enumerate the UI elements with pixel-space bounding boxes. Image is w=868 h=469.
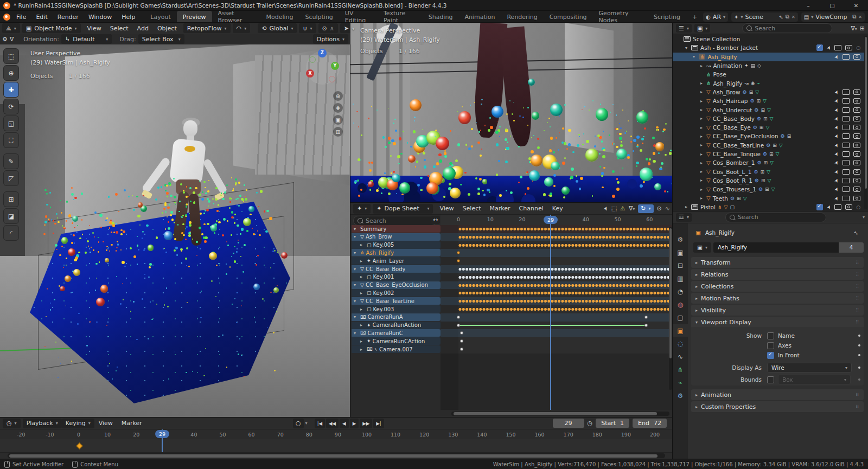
outliner-row-pistol[interactable]: ▸Pistol⋔▽▢➤○	[673, 203, 866, 211]
active-tool-icon[interactable]: ⚙	[2, 36, 8, 43]
viewport-menu-object[interactable]: Object	[153, 25, 181, 32]
outliner-row-cos-boot-r-1[interactable]: ▸▽Cos_Boot_R_1⚙⊞▽➤	[673, 176, 866, 185]
disable-in-renders-icon[interactable]	[853, 116, 860, 121]
expand-arrow[interactable]: ▸	[699, 152, 704, 157]
dope-playhead[interactable]	[550, 215, 551, 410]
expand-arrow[interactable]: ▸	[699, 169, 704, 174]
keyframe-dot[interactable]	[644, 324, 648, 327]
channel-expand-arrow[interactable]: ▸	[360, 323, 365, 327]
transform-orientation[interactable]: ⟲Global▾	[258, 23, 297, 33]
viewport-camera[interactable]: Camera Perspective (29) WaterSim | Ash_R…	[350, 23, 673, 203]
expand-arrow[interactable]: ▸	[699, 178, 704, 183]
unlink-icon[interactable]: ✕	[858, 15, 862, 20]
keyframe-band[interactable]	[441, 297, 672, 305]
channel-expand-arrow[interactable]: ▾	[354, 267, 359, 272]
panel-expand-arrow[interactable]: ▸	[695, 260, 698, 265]
disable-in-renders-icon[interactable]	[853, 178, 860, 183]
keyframe-band[interactable]	[441, 249, 672, 257]
panel-expand-arrow[interactable]: ▸	[695, 393, 698, 397]
view-layer-selector[interactable]: ▤▾ ViewComp ⧉ ✕	[801, 12, 865, 22]
channel-expand-arrow[interactable]: ▾	[354, 234, 359, 239]
outliner-row-scene-collection[interactable]: Scene Collection	[673, 35, 866, 43]
expand-arrow[interactable]: ▸	[699, 134, 704, 139]
channel-cameraruncaction[interactable]: ▸✦CameraRunCAction	[352, 337, 441, 345]
selectable-toggle-icon[interactable]: ➤	[833, 54, 840, 60]
channel-expand-arrow[interactable]: ▾	[354, 250, 359, 255]
panel-relations[interactable]: ▸Relations⠿	[691, 269, 864, 280]
keyframe-dense-dots[interactable]	[458, 227, 671, 232]
workspace-tab-preview[interactable]: Preview	[177, 11, 212, 23]
snap-icon[interactable]: ⊙	[657, 205, 662, 212]
channel-expand-arrow[interactable]: ▸	[360, 259, 365, 264]
selectable-toggle-icon[interactable]: ➤	[833, 125, 840, 131]
app-menu-icon[interactable]	[3, 14, 10, 21]
outliner-row-pose[interactable]: ⋔Pose	[673, 70, 866, 79]
gizmo-neg-x-axis[interactable]	[329, 76, 335, 82]
hide-in-viewport-icon[interactable]	[843, 116, 850, 121]
keyframe-dot[interactable]	[457, 316, 460, 319]
workspace-tab-asset-browser[interactable]: Asset Browser	[212, 11, 260, 23]
channel-cc-base-eyeocclusion[interactable]: ▾▽CC_Base_EyeOcclusion	[352, 281, 441, 289]
selectable-toggle-icon[interactable]: ➤	[833, 89, 840, 95]
hide-in-viewport-icon[interactable]	[843, 133, 850, 139]
keyframe-dot[interactable]	[457, 259, 460, 262]
keyframe-dense-dots[interactable]	[458, 291, 671, 295]
properties-tab-output[interactable]: ⊟	[673, 259, 688, 272]
auto-keying-toggle[interactable]: ○	[293, 419, 304, 428]
only-errors-icon[interactable]: ⚠	[620, 205, 626, 212]
channel-cameraruna[interactable]: ▾⌧CameraRunA	[352, 313, 441, 321]
dope-hscrollbar[interactable]	[451, 412, 669, 416]
disable-in-renders-icon[interactable]	[853, 160, 860, 165]
keyframe-dot[interactable]	[460, 339, 463, 343]
proportional-edit-toggle[interactable]: ↻▾	[638, 204, 653, 213]
hide-in-viewport-icon[interactable]	[834, 204, 841, 210]
menu-window[interactable]: Window	[84, 11, 117, 23]
holdout-icon[interactable]: ○	[856, 45, 860, 50]
new-collection-icon[interactable]: ⊞	[860, 25, 865, 32]
viewport-menu-view[interactable]: View	[83, 25, 106, 32]
only-selected-icon[interactable]: ➤	[602, 205, 610, 211]
keyframe-band[interactable]	[441, 281, 672, 290]
workspace-tab-layout[interactable]: Layout	[144, 11, 176, 23]
expand-arrow[interactable]: ▸	[699, 116, 704, 121]
outliner-row-ash-brow[interactable]: ▸▽Ash_Brow⚙⊞▽➤	[673, 88, 866, 97]
tool-move[interactable]: ✚	[4, 82, 18, 97]
outliner-row-cos-bomber-1[interactable]: ▸▽Cos_Bomber_1⚙⊞▽➤	[673, 158, 866, 167]
selectable-toggle-icon[interactable]: ➤	[825, 45, 832, 51]
selectable-toggle-icon[interactable]: ➤	[833, 142, 840, 148]
hide-in-viewport-icon[interactable]	[843, 98, 850, 104]
keyframe-band[interactable]	[441, 257, 672, 265]
disable-in-renders-icon[interactable]	[853, 187, 860, 192]
disable-in-renders-icon[interactable]	[853, 151, 860, 157]
keyframe-band[interactable]	[441, 329, 672, 337]
animate-property-dot[interactable]	[858, 354, 860, 356]
keyframe-band[interactable]	[441, 337, 672, 345]
outliner-row-ash-rigify[interactable]: ▸⋔Ash_Rigify↝❋⌁	[673, 79, 866, 88]
proportional-edit-button[interactable]: ⊙∧	[318, 23, 338, 33]
disable-in-renders-icon[interactable]	[853, 89, 860, 95]
checkbox-name[interactable]	[767, 332, 774, 339]
timeline-menu-marker[interactable]: Marker	[117, 420, 146, 427]
dope-menu-view[interactable]: View	[435, 205, 458, 212]
panel-viewport-display[interactable]: ▾Viewport Display⠿	[691, 317, 864, 327]
channel-cc-base-body[interactable]: ▾▽CC_Base_Body	[352, 265, 441, 273]
viewport-menu-add[interactable]: Add	[133, 25, 153, 32]
selectable-toggle-icon[interactable]: ➤	[833, 160, 840, 166]
playback-next-keyframe-button[interactable]: ▶▶	[360, 419, 372, 428]
disable-in-renders-icon[interactable]	[845, 45, 852, 50]
expand-arrow[interactable]: ▸	[684, 204, 689, 209]
expand-arrow[interactable]: ▸	[699, 81, 704, 86]
keyframe-range-line[interactable]	[458, 325, 646, 326]
editor-type-button[interactable]: ⟁▾	[2, 23, 20, 33]
channel-anim-layer[interactable]: ▸✦Anim_Layer	[352, 257, 441, 265]
keying-set-dropdown[interactable]: ▾	[305, 421, 308, 426]
display-as-dropdown[interactable]: Wire▾	[767, 363, 852, 372]
checkbox-in-front[interactable]	[767, 352, 774, 359]
outliner-row-cc-base-body[interactable]: ▸▽CC_Base_Body⚙⊞▽➤	[673, 114, 866, 123]
panel-animation[interactable]: ▸Animation⠿	[691, 389, 864, 400]
mode-selector[interactable]: ▣Object Mode▾	[22, 23, 81, 33]
dope-vscrollbar[interactable]	[669, 227, 672, 390]
playback-play-button[interactable]: ▶	[350, 419, 359, 428]
channel-expand-arrow[interactable]: ▸	[360, 291, 365, 295]
expand-arrow[interactable]: ▸	[699, 125, 704, 130]
